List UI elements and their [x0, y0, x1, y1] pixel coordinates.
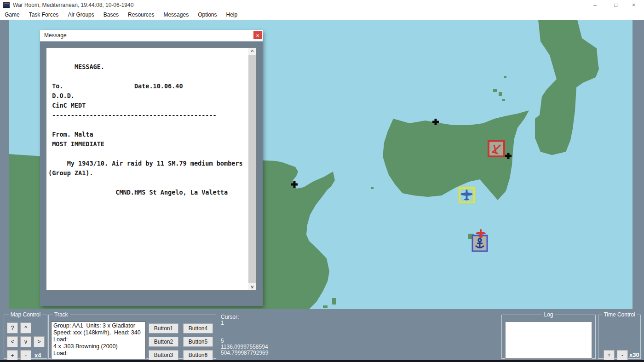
menu-messages[interactable]: Messages [159, 10, 193, 20]
track-button1[interactable]: Button1 [149, 323, 178, 333]
scroll-up-icon[interactable]: ^ [248, 48, 256, 55]
track-button2[interactable]: Button2 [149, 337, 178, 347]
track-button5[interactable]: Button5 [183, 337, 213, 347]
dialog-title: Message [44, 32, 67, 39]
track-group: Track Group: AA1 Units: 3 x Gladiator Sp… [48, 311, 216, 359]
dialog-close-button[interactable]: × [253, 31, 262, 39]
cursor-x-coord: 1136.09997558594 [221, 344, 268, 350]
time-slower-button[interactable]: - [617, 350, 628, 360]
map-pan-left-button[interactable]: < [7, 336, 18, 347]
menu-bar: Game Task Forces Air Groups Bases Resour… [0, 10, 644, 20]
cursor-value-2: 5 [221, 338, 224, 344]
cursor-label: Cursor: [221, 314, 239, 320]
menu-air-groups[interactable]: Air Groups [63, 10, 98, 20]
log-box [505, 322, 592, 359]
scroll-down-icon[interactable]: v [248, 283, 256, 290]
menu-task-forces[interactable]: Task Forces [24, 10, 63, 20]
map-zoom-out-button[interactable]: - [20, 350, 31, 361]
track-button3[interactable]: Button3 [149, 350, 178, 360]
window-title: War Room, Mediterranean, 19:44:08, 10-06… [13, 2, 133, 8]
message-dialog: Message × MESSAGE. To. Date.10.06.40 D.O… [40, 30, 263, 306]
menu-resources[interactable]: Resources [123, 10, 159, 20]
map-zoom-level-label: x4 [34, 352, 41, 359]
map-pan-right-button[interactable]: > [34, 336, 45, 347]
dialog-titlebar[interactable]: Message × [40, 30, 263, 41]
cursor-value-1: 1 [221, 320, 224, 326]
air-raid-marker[interactable] [489, 141, 504, 156]
close-button[interactable]: × [623, 0, 644, 10]
log-group: Log [501, 311, 596, 359]
log-title: Log [542, 311, 555, 318]
menu-help[interactable]: Help [222, 10, 242, 20]
message-text: MESSAGE. To. Date.10.06.40 D.O.D. CinC M… [48, 52, 243, 197]
map-zoom-in-button[interactable]: + [7, 350, 18, 361]
time-faster-button[interactable]: + [604, 350, 615, 360]
map-control-title: Map Control [9, 311, 42, 318]
time-control-group: Time Control + - x30 [598, 311, 641, 359]
minimize-button[interactable]: – [585, 0, 605, 10]
app-ship-icon [3, 2, 10, 8]
menu-options[interactable]: Options [193, 10, 221, 20]
track-button6[interactable]: Button6 [183, 350, 213, 360]
time-control-title: Time Control [602, 311, 637, 318]
cursor-y-coord: 504.799987792969 [221, 350, 268, 356]
track-info-box: Group: AA1 Units: 3 x Gladiator Speed: x… [51, 322, 146, 359]
window-bottom-edge [0, 360, 644, 362]
window-titlebar: War Room, Mediterranean, 19:44:08, 10-06… [0, 0, 644, 10]
map-control-group: Map Control ? ^ < v > + - x4 [4, 311, 47, 359]
track-title: Track [52, 311, 70, 318]
map-help-button[interactable]: ? [7, 322, 18, 333]
map-pan-up-button[interactable]: ^ [20, 322, 31, 333]
message-body-area: MESSAGE. To. Date.10.06.40 D.O.D. CinC M… [46, 47, 257, 291]
menu-bases[interactable]: Bases [99, 10, 123, 20]
time-rate-label: x30 [629, 351, 639, 358]
track-button4[interactable]: Button4 [183, 323, 213, 333]
bottom-control-panel: Map Control ? ^ < v > + - x4 Track Group… [0, 309, 644, 360]
map-pan-down-button[interactable]: v [20, 336, 31, 347]
egadi-island [371, 187, 374, 189]
menu-game[interactable]: Game [0, 10, 24, 20]
dialog-scrollbar[interactable]: ^ v [248, 48, 256, 290]
